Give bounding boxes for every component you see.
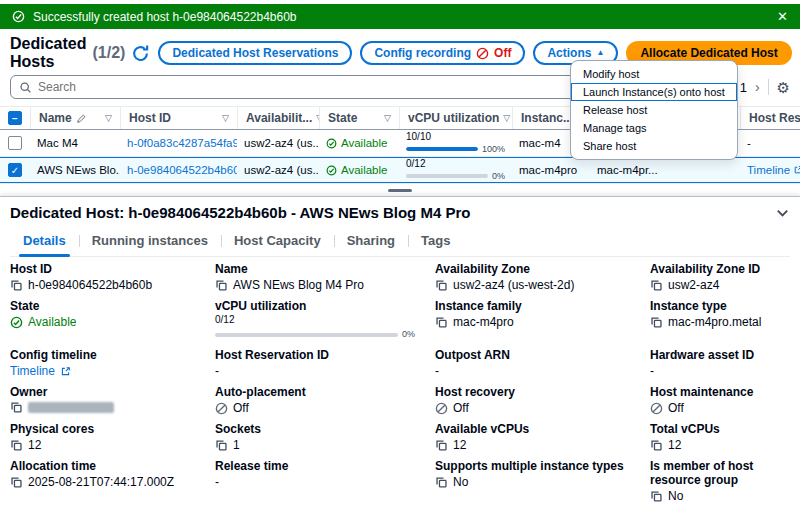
pencil-icon[interactable] (76, 113, 87, 124)
select-all-cell[interactable] (0, 107, 30, 129)
gear-icon[interactable]: ⚙ (777, 80, 790, 95)
sort-icon[interactable]: ▽ (222, 113, 229, 123)
menu-item[interactable]: Manage tags (571, 119, 737, 137)
detail-field: Physical cores12 (10, 422, 205, 453)
copy-icon[interactable] (10, 401, 23, 414)
field-value-text: No (668, 489, 683, 504)
copy-icon[interactable] (10, 439, 23, 452)
timeline-link[interactable]: Timeline (747, 164, 790, 176)
copy-icon[interactable] (10, 279, 23, 292)
menu-item[interactable]: Release host (571, 101, 737, 119)
reservations-button[interactable]: Dedicated Host Reservations (158, 41, 352, 65)
copy-icon[interactable] (435, 279, 448, 292)
copy-icon[interactable] (650, 279, 663, 292)
field-value-text: mac-m4pro.metal (668, 315, 761, 330)
tab-details[interactable]: Details (10, 226, 79, 256)
field-value-text: Off (668, 401, 684, 416)
copy-icon[interactable] (650, 490, 663, 503)
caret-up-icon: ▲ (596, 49, 604, 57)
refresh-button[interactable] (131, 44, 150, 63)
field-value: mac-m4pro.metal (650, 315, 790, 330)
field-label: vCPU utilization (215, 299, 425, 313)
success-icon (10, 316, 23, 329)
page-number[interactable]: 1 (740, 80, 747, 95)
row-checkbox[interactable] (8, 136, 22, 150)
copy-icon[interactable] (215, 439, 228, 452)
state-text: Available (341, 137, 387, 149)
copy-icon[interactable] (435, 316, 448, 329)
host-id-link[interactable]: h-0f0a83c4287a54fa9 (120, 137, 237, 149)
tab-running-instances[interactable]: Running instances (79, 226, 221, 256)
tab-host-capacity[interactable]: Host Capacity (221, 226, 334, 256)
field-value-text: AWS NEws Blog M4 Pro (233, 278, 364, 293)
field-value-text: No (453, 475, 468, 490)
field-label: Owner (10, 385, 205, 399)
close-icon[interactable]: ✕ (777, 10, 788, 23)
detail-field: Is member of host resource groupNo (650, 459, 790, 504)
table-row[interactable]: AWS NEws Blo... h-0e984064522b4b60b usw2… (0, 157, 800, 184)
cell-name: Mac M4 (30, 137, 120, 149)
column-header[interactable]: vCPU utilization▽ (399, 107, 512, 129)
field-label: Config timeline (10, 348, 205, 362)
next-page-button[interactable]: › (755, 80, 760, 94)
state-text: Available (341, 164, 387, 176)
row-checkbox[interactable] (8, 163, 22, 177)
actions-button-label: Actions (547, 46, 591, 60)
copy-icon[interactable] (650, 316, 663, 329)
external-link-icon (60, 366, 71, 377)
progress-percent: 0% (492, 171, 505, 181)
field-value-text: - (215, 364, 219, 379)
column-header[interactable]: Host Reserv... (740, 107, 800, 129)
column-header-label: Instanc... (521, 111, 573, 125)
search-icon (19, 81, 32, 94)
detail-field: vCPU utilization0/120% (215, 299, 425, 342)
copy-icon[interactable] (215, 279, 228, 292)
details-grid: Host IDh-0e984064522b4b60bNameAWS NEws B… (10, 257, 790, 505)
copy-icon[interactable] (435, 439, 448, 452)
host-id-link[interactable]: h-0e984064522b4b60b (120, 164, 237, 176)
tab-tags[interactable]: Tags (408, 226, 463, 256)
column-header-label: Name (39, 111, 72, 125)
sort-icon[interactable]: ▽ (503, 113, 510, 123)
copy-icon[interactable] (650, 439, 663, 452)
row-checkbox-cell[interactable] (0, 163, 30, 177)
tab-sharing[interactable]: Sharing (334, 226, 408, 256)
column-header[interactable]: Host ID▽ (120, 107, 237, 129)
field-value: Off (215, 401, 425, 416)
row-checkbox-cell[interactable] (0, 136, 30, 150)
progress-track (406, 174, 488, 178)
sort-icon[interactable]: ▽ (105, 113, 112, 123)
progress-bar: 100% (406, 144, 505, 154)
column-header[interactable]: State▽ (319, 107, 399, 129)
field-value-text: 12 (28, 438, 41, 453)
progress-bar: 0% (406, 171, 505, 181)
field-label: Host Reservation ID (215, 348, 425, 362)
select-all-checkbox[interactable] (8, 111, 22, 125)
menu-item[interactable]: Modify host (571, 65, 737, 83)
detail-field: Owner (10, 385, 205, 416)
menu-item[interactable]: Launch Instance(s) onto host (571, 83, 737, 101)
collapse-panel-button[interactable] (775, 205, 790, 220)
split-panel-handle[interactable] (0, 184, 800, 196)
timeline-link[interactable]: Timeline (10, 364, 55, 379)
field-value: Available (10, 315, 205, 330)
copy-icon[interactable] (435, 476, 448, 489)
progress-track (406, 147, 478, 151)
field-value-text: 2025-08-21T07:44:17.000Z (28, 475, 174, 490)
sort-icon[interactable]: ▽ (384, 113, 391, 123)
field-value: Off (435, 401, 640, 416)
cell-instance-family: mac-m4pro (512, 164, 590, 176)
copy-icon[interactable] (10, 476, 23, 489)
column-header-label: Availabilit... (246, 111, 312, 125)
config-recording-button[interactable]: Config recording Off (360, 41, 525, 65)
tabs: DetailsRunning instancesHost CapacitySha… (10, 226, 790, 257)
detail-field: Config timelineTimeline (10, 348, 205, 379)
column-header[interactable]: Name▽ (30, 107, 120, 129)
field-label: Instance type (650, 299, 790, 313)
panel-header: Dedicated Host: h-0e984064522b4b60b - AW… (10, 203, 790, 222)
column-header[interactable]: Availabilit...▽ (237, 107, 319, 129)
divider (768, 79, 769, 95)
drag-handle-icon[interactable] (388, 189, 412, 192)
menu-item[interactable]: Share host (571, 137, 737, 155)
detail-field: Instance typemac-m4pro.metal (650, 299, 790, 342)
